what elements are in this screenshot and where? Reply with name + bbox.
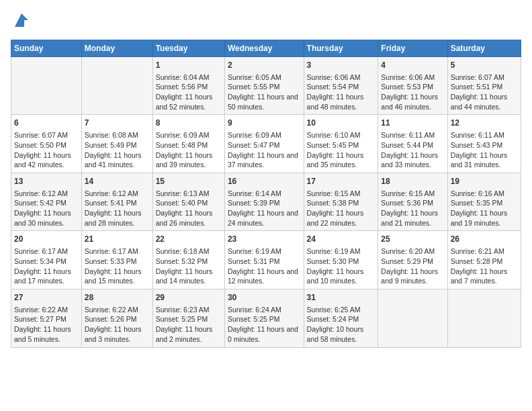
calendar-cell: 11Sunrise: 6:11 AMSunset: 5:44 PMDayligh… (378, 115, 447, 173)
day-number: 15 (156, 176, 222, 187)
calendar-cell: 26Sunrise: 6:21 AMSunset: 5:28 PMDayligh… (447, 231, 521, 289)
calendar-cell: 17Sunrise: 6:15 AMSunset: 5:38 PMDayligh… (304, 173, 378, 231)
day-number: 11 (381, 118, 444, 129)
sunset-text: Sunset: 5:47 PM (228, 140, 301, 150)
daylight-text: Daylight: 11 hours and 0 minutes. (228, 324, 301, 344)
day-number: 20 (14, 234, 79, 245)
sunset-text: Sunset: 5:55 PM (228, 82, 301, 92)
day-number: 1 (156, 60, 222, 71)
logo (11, 11, 31, 33)
sunrise-text: Sunrise: 6:22 AM (14, 305, 79, 315)
sunrise-text: Sunrise: 6:15 AM (307, 189, 375, 199)
day-number: 17 (307, 176, 375, 187)
sunset-text: Sunset: 5:33 PM (85, 257, 150, 267)
calendar-cell (11, 56, 82, 115)
daylight-text: Daylight: 11 hours and 33 minutes. (381, 150, 444, 170)
day-number: 3 (307, 60, 375, 71)
sunset-text: Sunset: 5:40 PM (156, 198, 222, 208)
day-number: 8 (156, 118, 222, 129)
daylight-text: Daylight: 11 hours and 31 minutes. (451, 150, 518, 170)
calendar-table: SundayMondayTuesdayWednesdayThursdayFrid… (11, 40, 521, 348)
daylight-text: Daylight: 11 hours and 26 minutes. (156, 208, 222, 228)
sunset-text: Sunset: 5:34 PM (14, 257, 79, 267)
calendar-cell: 3Sunrise: 6:06 AMSunset: 5:54 PMDaylight… (304, 56, 378, 115)
day-number: 24 (307, 234, 375, 245)
day-number: 5 (451, 60, 518, 71)
calendar-cell: 5Sunrise: 6:07 AMSunset: 5:51 PMDaylight… (447, 56, 521, 115)
day-number: 23 (228, 234, 301, 245)
daylight-text: Daylight: 11 hours and 30 minutes. (14, 208, 79, 228)
svg-marker-0 (15, 13, 28, 27)
day-number: 21 (85, 234, 150, 245)
day-number: 22 (156, 234, 222, 245)
day-number: 28 (85, 292, 150, 304)
sunrise-text: Sunrise: 6:05 AM (228, 73, 301, 83)
calendar-cell: 8Sunrise: 6:09 AMSunset: 5:48 PMDaylight… (152, 115, 224, 173)
daylight-text: Daylight: 11 hours and 35 minutes. (307, 150, 375, 170)
day-number: 13 (14, 176, 79, 187)
daylight-text: Daylight: 11 hours and 44 minutes. (451, 92, 518, 111)
sunrise-text: Sunrise: 6:16 AM (451, 189, 518, 199)
sunrise-text: Sunrise: 6:23 AM (156, 305, 222, 315)
weekday-header-wednesday: Wednesday (224, 40, 304, 56)
calendar-cell: 21Sunrise: 6:17 AMSunset: 5:33 PMDayligh… (81, 231, 152, 289)
daylight-text: Daylight: 11 hours and 5 minutes. (14, 324, 79, 344)
calendar-cell: 30Sunrise: 6:24 AMSunset: 5:25 PMDayligh… (224, 289, 304, 347)
sunrise-text: Sunrise: 6:15 AM (381, 189, 444, 199)
daylight-text: Daylight: 11 hours and 14 minutes. (156, 267, 222, 286)
calendar-cell: 9Sunrise: 6:09 AMSunset: 5:47 PMDaylight… (224, 115, 304, 173)
sunrise-text: Sunrise: 6:07 AM (14, 130, 79, 140)
sunset-text: Sunset: 5:24 PM (307, 314, 375, 324)
calendar-week-1: 1Sunrise: 6:04 AMSunset: 5:56 PMDaylight… (11, 56, 521, 115)
sunrise-text: Sunrise: 6:22 AM (85, 305, 150, 315)
calendar-cell (447, 289, 521, 347)
weekday-header-row: SundayMondayTuesdayWednesdayThursdayFrid… (11, 40, 521, 56)
weekday-header-friday: Friday (378, 40, 447, 56)
sunrise-text: Sunrise: 6:25 AM (307, 305, 375, 315)
daylight-text: Daylight: 11 hours and 9 minutes. (381, 267, 444, 286)
weekday-header-tuesday: Tuesday (152, 40, 224, 56)
calendar-cell: 16Sunrise: 6:14 AMSunset: 5:39 PMDayligh… (224, 173, 304, 231)
calendar-cell: 18Sunrise: 6:15 AMSunset: 5:36 PMDayligh… (378, 173, 447, 231)
sunrise-text: Sunrise: 6:20 AM (381, 246, 444, 257)
sunrise-text: Sunrise: 6:17 AM (85, 246, 150, 257)
sunrise-text: Sunrise: 6:11 AM (381, 130, 444, 140)
sunset-text: Sunset: 5:29 PM (381, 257, 444, 267)
calendar-cell: 24Sunrise: 6:19 AMSunset: 5:30 PMDayligh… (304, 231, 378, 289)
sunset-text: Sunset: 5:42 PM (14, 198, 79, 208)
calendar-cell: 7Sunrise: 6:08 AMSunset: 5:49 PMDaylight… (81, 115, 152, 173)
sunset-text: Sunset: 5:38 PM (307, 198, 375, 208)
daylight-text: Daylight: 11 hours and 22 minutes. (307, 208, 375, 228)
calendar-cell: 6Sunrise: 6:07 AMSunset: 5:50 PMDaylight… (11, 115, 82, 173)
sunrise-text: Sunrise: 6:12 AM (14, 189, 79, 199)
daylight-text: Daylight: 11 hours and 2 minutes. (156, 324, 222, 344)
daylight-text: Daylight: 11 hours and 46 minutes. (381, 92, 444, 111)
day-number: 6 (14, 118, 79, 129)
calendar-cell: 10Sunrise: 6:10 AMSunset: 5:45 PMDayligh… (304, 115, 378, 173)
day-number: 7 (85, 118, 150, 129)
day-number: 16 (228, 176, 301, 187)
sunrise-text: Sunrise: 6:12 AM (85, 189, 150, 199)
daylight-text: Daylight: 11 hours and 17 minutes. (14, 267, 79, 286)
sunset-text: Sunset: 5:25 PM (228, 314, 301, 324)
daylight-text: Daylight: 11 hours and 7 minutes. (451, 267, 518, 286)
sunrise-text: Sunrise: 6:21 AM (451, 246, 518, 257)
calendar-cell (378, 289, 447, 347)
sunset-text: Sunset: 5:26 PM (85, 314, 150, 324)
calendar-cell: 25Sunrise: 6:20 AMSunset: 5:29 PMDayligh… (378, 231, 447, 289)
day-number: 31 (307, 292, 375, 304)
sunset-text: Sunset: 5:39 PM (228, 198, 301, 208)
calendar-week-4: 20Sunrise: 6:17 AMSunset: 5:34 PMDayligh… (11, 231, 521, 289)
sunset-text: Sunset: 5:36 PM (381, 198, 444, 208)
daylight-text: Daylight: 11 hours and 10 minutes. (307, 267, 375, 286)
calendar-header: SundayMondayTuesdayWednesdayThursdayFrid… (11, 40, 521, 56)
sunset-text: Sunset: 5:48 PM (156, 140, 222, 150)
day-number: 4 (381, 60, 444, 71)
day-number: 18 (381, 176, 444, 187)
day-number: 27 (14, 292, 79, 304)
calendar-cell: 20Sunrise: 6:17 AMSunset: 5:34 PMDayligh… (11, 231, 82, 289)
day-number: 29 (156, 292, 222, 304)
daylight-text: Daylight: 11 hours and 42 minutes. (14, 150, 79, 170)
sunrise-text: Sunrise: 6:19 AM (228, 246, 301, 257)
calendar-cell (81, 56, 152, 115)
